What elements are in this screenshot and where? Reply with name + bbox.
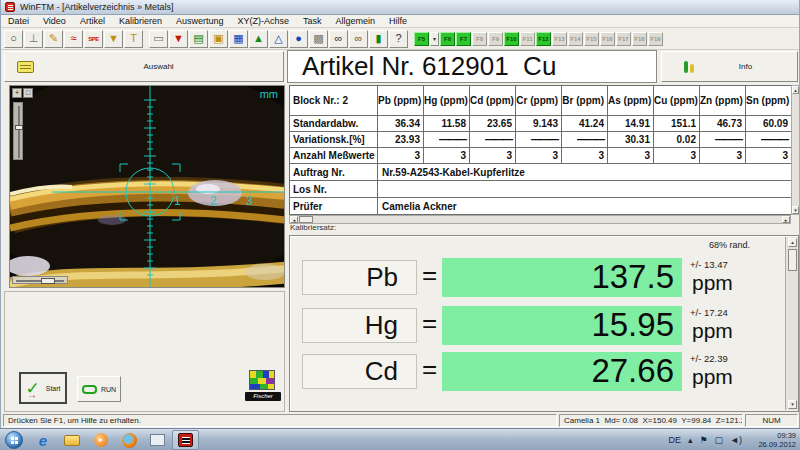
- help-icon[interactable]: ?: [389, 30, 408, 48]
- cell: 14.91: [608, 116, 654, 132]
- menu-allgemein[interactable]: Allgemein: [328, 16, 382, 26]
- taskbar-media-player-icon[interactable]: ▸: [90, 432, 112, 448]
- table-horizontal-scrollbar[interactable]: ◂ ▸: [289, 215, 791, 224]
- report-icon[interactable]: ▤: [189, 30, 208, 48]
- zoom-icon[interactable]: ○: [4, 30, 23, 48]
- start-orb-button[interactable]: [5, 431, 23, 449]
- camera-view[interactable]: mm 1 2 3 + □: [9, 85, 285, 288]
- col-br: Br (ppm): [562, 86, 608, 116]
- scroll-thumb[interactable]: [299, 216, 313, 223]
- taskbar-app-window-icon[interactable]: [146, 432, 168, 448]
- fkey-f10-button[interactable]: F10: [504, 32, 519, 46]
- menu-video[interactable]: Video: [36, 16, 73, 26]
- scroll-up-icon[interactable]: ▴: [792, 86, 799, 94]
- auswahl-button[interactable]: Auswahl: [4, 51, 284, 82]
- hidden-icons-chevron[interactable]: ▴: [688, 435, 693, 445]
- card-icon[interactable]: ▭: [149, 30, 168, 48]
- slider-handle[interactable]: [15, 125, 23, 130]
- menu-task[interactable]: Task: [296, 16, 329, 26]
- scroll-down-icon[interactable]: ▾: [792, 206, 799, 214]
- results-scrollbar[interactable]: ▴ ▾: [785, 237, 798, 410]
- title-bar[interactable]: WinFTM - [Artikelverzeichnis » Metals]: [1, 0, 799, 15]
- scroll-right-icon[interactable]: ▸: [782, 216, 790, 223]
- funnel-icon[interactable]: ▼: [169, 30, 188, 48]
- info-button[interactable]: Info: [661, 51, 798, 82]
- pruefer-value[interactable]: Camelia Ackner: [378, 198, 792, 215]
- screen: WinFTM - [Artikelverzeichnis » Metals] D…: [0, 0, 800, 450]
- fkey-f15-button[interactable]: F15: [584, 32, 599, 46]
- pixel-image-icon[interactable]: ▦: [229, 30, 248, 48]
- cell: 60.09: [746, 116, 792, 132]
- fkey-f5-button[interactable]: F5: [414, 32, 429, 46]
- measure-spot-2-label: 2: [210, 194, 217, 208]
- scroll-down-icon[interactable]: ▾: [788, 400, 797, 409]
- spe-file-icon[interactable]: SPE: [84, 30, 103, 48]
- table-vertical-scrollbar[interactable]: ▴ ▾: [791, 85, 800, 215]
- menu-xyz-achse[interactable]: XY(Z)-Achse: [230, 16, 296, 26]
- stand-icon[interactable]: T: [124, 30, 143, 48]
- statistics-table-wrap: Block Nr.: 2 Pb (ppm) Hg (ppm) Cd (ppm) …: [289, 85, 791, 215]
- run-label: RUN: [101, 386, 116, 393]
- measuring-head-icon[interactable]: ▼: [104, 30, 123, 48]
- run-button[interactable]: RUN: [77, 376, 121, 402]
- video-vertical-slider[interactable]: [13, 102, 23, 160]
- colorbar-icon[interactable]: ▮: [369, 30, 388, 48]
- fkey-f9-button[interactable]: F9: [488, 32, 503, 46]
- scroll-left-icon[interactable]: ◂: [290, 216, 298, 223]
- ruler-icon[interactable]: ⊥: [24, 30, 43, 48]
- taskbar-winftm-button[interactable]: [172, 430, 199, 450]
- fkey-dropdown-icon[interactable]: ▾: [430, 32, 439, 46]
- result-row-cd: Cd = 27.66 +/- 22.39 ppm: [290, 352, 798, 396]
- fkey-f7-button[interactable]: F7: [456, 32, 471, 46]
- menu-artikel[interactable]: Artikel: [73, 16, 112, 26]
- scroll-thumb[interactable]: [788, 249, 797, 271]
- pages-icon[interactable]: ▣: [209, 30, 228, 48]
- edit-icon[interactable]: ✎: [44, 30, 63, 48]
- slider-handle[interactable]: [41, 278, 55, 284]
- binoculars-2-icon[interactable]: ∞: [349, 30, 368, 48]
- language-indicator[interactable]: DE: [668, 435, 681, 445]
- scroll-up-icon[interactable]: ▴: [788, 238, 797, 247]
- video-horizontal-slider[interactable]: [12, 276, 68, 284]
- action-center-flag-icon[interactable]: ⚑: [700, 435, 708, 445]
- mountains-icon[interactable]: ▲: [249, 30, 268, 48]
- binoculars-icon[interactable]: ∞: [329, 30, 348, 48]
- fkey-f19-button[interactable]: F19: [648, 32, 663, 46]
- fkey-f6-button[interactable]: F6: [440, 32, 455, 46]
- taskbar-ie-icon[interactable]: e: [32, 432, 54, 448]
- table-header-row: Block Nr.: 2 Pb (ppm) Hg (ppm) Cd (ppm) …: [290, 86, 792, 116]
- menu-auswertung[interactable]: Auswertung: [169, 16, 231, 26]
- table-row: Standardabw. 36.34 11.58 23.65 9.143 41.…: [290, 116, 792, 132]
- col-sn: Sn (ppm): [746, 86, 792, 116]
- fkey-f14-button[interactable]: F14: [568, 32, 583, 46]
- menu-hilfe[interactable]: Hilfe: [382, 16, 414, 26]
- fkey-f12-button[interactable]: F12: [536, 32, 551, 46]
- fkey-f13-button[interactable]: F13: [552, 32, 567, 46]
- menu-datei[interactable]: Datei: [1, 16, 36, 26]
- spectrum-icon[interactable]: ≈: [64, 30, 83, 48]
- auftrag-value[interactable]: Nr.59-A2543-Kabel-Kupferlitze: [378, 164, 792, 181]
- video-mode-button[interactable]: □: [23, 88, 33, 98]
- article-title: Artikel Nr. 612901 Cu: [302, 51, 556, 82]
- volume-icon[interactable]: ◄): [730, 435, 742, 445]
- grid-icon[interactable]: ▩: [309, 30, 328, 48]
- taskbar-explorer-icon[interactable]: [61, 432, 83, 448]
- mountains-blue-icon[interactable]: △: [269, 30, 288, 48]
- taskbar-firefox-icon[interactable]: [118, 432, 140, 448]
- fkey-f8-button[interactable]: F8: [472, 32, 487, 46]
- fkey-f11-button[interactable]: F11: [520, 32, 535, 46]
- fkey-f18-button[interactable]: F18: [632, 32, 647, 46]
- fkey-f16-button[interactable]: F16: [600, 32, 615, 46]
- los-value[interactable]: [378, 181, 792, 198]
- run-loop-icon: [82, 385, 97, 394]
- taskbar-clock[interactable]: 09:39 26.09.2012: [744, 431, 796, 449]
- sphere-icon[interactable]: ●: [289, 30, 308, 48]
- fkey-f17-button[interactable]: F17: [616, 32, 631, 46]
- video-zoom-in-button[interactable]: +: [12, 88, 22, 98]
- winftm-window: WinFTM - [Artikelverzeichnis » Metals] D…: [0, 0, 800, 428]
- network-icon[interactable]: ▢: [715, 435, 724, 445]
- start-button[interactable]: ✓ → Start: [19, 372, 67, 404]
- menu-kalibrieren[interactable]: Kalibrieren: [112, 16, 169, 26]
- table-row: Anzahl Meßwerte 3 3 3 3 3 3 3 3 3: [290, 148, 792, 164]
- window-icon: [150, 434, 165, 446]
